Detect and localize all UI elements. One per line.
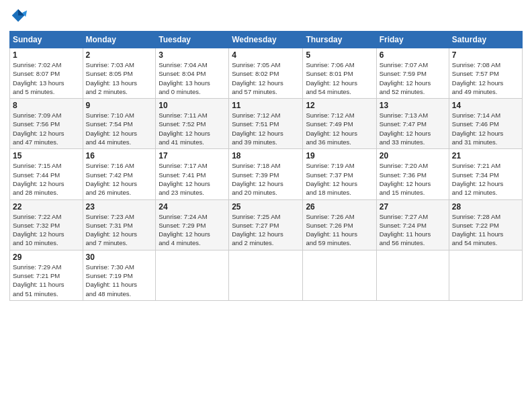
calendar-cell: 8Sunrise: 7:09 AMSunset: 7:56 PMDaylight… <box>10 99 83 149</box>
col-header-friday: Friday <box>376 32 449 48</box>
calendar-cell: 30Sunrise: 7:30 AMSunset: 7:19 PMDayligh… <box>83 250 156 300</box>
calendar-cell: 17Sunrise: 7:17 AMSunset: 7:41 PMDayligh… <box>156 149 229 199</box>
day-info: Sunrise: 7:05 AMSunset: 8:02 PMDaylight:… <box>232 60 300 96</box>
day-info: Sunrise: 7:23 AMSunset: 7:31 PMDaylight:… <box>86 212 153 248</box>
day-info: Sunrise: 7:03 AMSunset: 8:05 PMDaylight:… <box>86 60 153 96</box>
calendar-cell <box>156 250 229 300</box>
day-info: Sunrise: 7:17 AMSunset: 7:41 PMDaylight:… <box>159 161 226 197</box>
calendar-cell: 14Sunrise: 7:14 AMSunset: 7:46 PMDayligh… <box>449 99 522 149</box>
col-header-thursday: Thursday <box>303 32 376 48</box>
calendar-cell: 18Sunrise: 7:18 AMSunset: 7:39 PMDayligh… <box>229 149 303 199</box>
day-number: 28 <box>452 202 519 212</box>
calendar-cell: 28Sunrise: 7:28 AMSunset: 7:22 PMDayligh… <box>449 199 522 250</box>
calendar-week-4: 29Sunrise: 7:29 AMSunset: 7:21 PMDayligh… <box>10 250 523 300</box>
day-number: 14 <box>452 101 519 110</box>
col-header-tuesday: Tuesday <box>156 32 229 48</box>
day-info: Sunrise: 7:06 AMSunset: 8:01 PMDaylight:… <box>306 60 373 96</box>
calendar-cell: 13Sunrise: 7:13 AMSunset: 7:47 PMDayligh… <box>376 99 449 149</box>
day-info: Sunrise: 7:18 AMSunset: 7:39 PMDaylight:… <box>232 161 300 197</box>
page-container: SundayMondayTuesdayWednesdayThursdayFrid… <box>0 0 532 308</box>
day-number: 17 <box>159 151 226 161</box>
calendar-cell: 25Sunrise: 7:25 AMSunset: 7:27 PMDayligh… <box>229 199 303 250</box>
day-number: 6 <box>380 50 446 60</box>
calendar-cell: 2Sunrise: 7:03 AMSunset: 8:05 PMDaylight… <box>83 48 156 99</box>
day-number: 1 <box>13 50 80 60</box>
logo-icon <box>9 7 28 26</box>
day-info: Sunrise: 7:26 AMSunset: 7:26 PMDaylight:… <box>306 212 373 248</box>
day-number: 27 <box>380 202 446 212</box>
col-header-monday: Monday <box>83 32 156 48</box>
day-number: 21 <box>452 151 519 161</box>
calendar-cell <box>229 250 303 300</box>
day-number: 5 <box>306 50 373 60</box>
day-number: 10 <box>159 101 226 110</box>
calendar-cell: 15Sunrise: 7:15 AMSunset: 7:44 PMDayligh… <box>10 149 83 199</box>
day-number: 22 <box>13 202 80 212</box>
calendar-cell: 27Sunrise: 7:27 AMSunset: 7:24 PMDayligh… <box>376 199 449 250</box>
day-info: Sunrise: 7:29 AMSunset: 7:21 PMDaylight:… <box>13 263 80 298</box>
calendar-header-row: SundayMondayTuesdayWednesdayThursdayFrid… <box>10 32 523 48</box>
calendar-cell: 7Sunrise: 7:08 AMSunset: 7:57 PMDaylight… <box>449 48 522 99</box>
day-number: 24 <box>159 202 226 212</box>
day-info: Sunrise: 7:30 AMSunset: 7:19 PMDaylight:… <box>86 263 153 298</box>
day-number: 25 <box>232 202 300 212</box>
calendar-cell <box>449 250 522 300</box>
day-number: 20 <box>380 151 446 161</box>
header <box>9 7 523 26</box>
day-number: 7 <box>452 50 519 60</box>
day-info: Sunrise: 7:07 AMSunset: 7:59 PMDaylight:… <box>380 60 446 96</box>
day-info: Sunrise: 7:21 AMSunset: 7:34 PMDaylight:… <box>452 161 519 197</box>
day-info: Sunrise: 7:09 AMSunset: 7:56 PMDaylight:… <box>13 111 80 146</box>
col-header-saturday: Saturday <box>449 32 522 48</box>
calendar-cell: 3Sunrise: 7:04 AMSunset: 8:04 PMDaylight… <box>156 48 229 99</box>
calendar-cell: 1Sunrise: 7:02 AMSunset: 8:07 PMDaylight… <box>10 48 83 99</box>
day-info: Sunrise: 7:12 AMSunset: 7:49 PMDaylight:… <box>306 111 373 146</box>
calendar-cell: 21Sunrise: 7:21 AMSunset: 7:34 PMDayligh… <box>449 149 522 199</box>
col-header-wednesday: Wednesday <box>229 32 303 48</box>
day-number: 4 <box>232 50 300 60</box>
logo <box>9 7 31 26</box>
day-number: 3 <box>159 50 226 60</box>
calendar-week-2: 15Sunrise: 7:15 AMSunset: 7:44 PMDayligh… <box>10 149 523 199</box>
calendar-cell: 6Sunrise: 7:07 AMSunset: 7:59 PMDaylight… <box>376 48 449 99</box>
calendar-week-0: 1Sunrise: 7:02 AMSunset: 8:07 PMDaylight… <box>10 48 523 99</box>
calendar-table: SundayMondayTuesdayWednesdayThursdayFrid… <box>9 31 523 301</box>
col-header-sunday: Sunday <box>10 32 83 48</box>
calendar-cell: 26Sunrise: 7:26 AMSunset: 7:26 PMDayligh… <box>303 199 376 250</box>
day-number: 16 <box>86 151 153 161</box>
day-info: Sunrise: 7:11 AMSunset: 7:52 PMDaylight:… <box>159 111 226 146</box>
calendar-week-3: 22Sunrise: 7:22 AMSunset: 7:32 PMDayligh… <box>10 199 523 250</box>
day-number: 30 <box>86 253 153 262</box>
calendar-cell: 23Sunrise: 7:23 AMSunset: 7:31 PMDayligh… <box>83 199 156 250</box>
day-info: Sunrise: 7:28 AMSunset: 7:22 PMDaylight:… <box>452 212 519 248</box>
day-info: Sunrise: 7:08 AMSunset: 7:57 PMDaylight:… <box>452 60 519 96</box>
day-info: Sunrise: 7:15 AMSunset: 7:44 PMDaylight:… <box>13 161 80 197</box>
day-info: Sunrise: 7:02 AMSunset: 8:07 PMDaylight:… <box>13 60 80 96</box>
calendar-week-1: 8Sunrise: 7:09 AMSunset: 7:56 PMDaylight… <box>10 99 523 149</box>
calendar-cell: 29Sunrise: 7:29 AMSunset: 7:21 PMDayligh… <box>10 250 83 300</box>
day-info: Sunrise: 7:20 AMSunset: 7:36 PMDaylight:… <box>380 161 446 197</box>
day-info: Sunrise: 7:27 AMSunset: 7:24 PMDaylight:… <box>380 212 446 248</box>
calendar-cell: 11Sunrise: 7:12 AMSunset: 7:51 PMDayligh… <box>229 99 303 149</box>
calendar-cell: 24Sunrise: 7:24 AMSunset: 7:29 PMDayligh… <box>156 199 229 250</box>
day-number: 11 <box>232 101 300 110</box>
calendar-cell: 19Sunrise: 7:19 AMSunset: 7:37 PMDayligh… <box>303 149 376 199</box>
day-info: Sunrise: 7:04 AMSunset: 8:04 PMDaylight:… <box>159 60 226 96</box>
calendar-cell: 16Sunrise: 7:16 AMSunset: 7:42 PMDayligh… <box>83 149 156 199</box>
calendar-cell: 9Sunrise: 7:10 AMSunset: 7:54 PMDaylight… <box>83 99 156 149</box>
day-info: Sunrise: 7:13 AMSunset: 7:47 PMDaylight:… <box>380 111 446 146</box>
day-number: 9 <box>86 101 153 110</box>
calendar-cell <box>376 250 449 300</box>
day-number: 2 <box>86 50 153 60</box>
day-info: Sunrise: 7:25 AMSunset: 7:27 PMDaylight:… <box>232 212 300 248</box>
day-number: 13 <box>380 101 446 110</box>
day-number: 23 <box>86 202 153 212</box>
calendar-cell: 4Sunrise: 7:05 AMSunset: 8:02 PMDaylight… <box>229 48 303 99</box>
day-info: Sunrise: 7:24 AMSunset: 7:29 PMDaylight:… <box>159 212 226 248</box>
day-info: Sunrise: 7:22 AMSunset: 7:32 PMDaylight:… <box>13 212 80 248</box>
day-info: Sunrise: 7:19 AMSunset: 7:37 PMDaylight:… <box>306 161 373 197</box>
day-info: Sunrise: 7:12 AMSunset: 7:51 PMDaylight:… <box>232 111 300 146</box>
calendar-cell: 22Sunrise: 7:22 AMSunset: 7:32 PMDayligh… <box>10 199 83 250</box>
day-number: 19 <box>306 151 373 161</box>
day-number: 18 <box>232 151 300 161</box>
